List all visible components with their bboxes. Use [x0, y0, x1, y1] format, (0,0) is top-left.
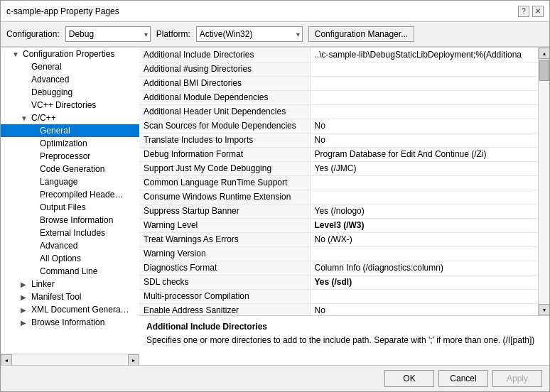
table-row[interactable]: Additional Module Dependencies — [139, 90, 538, 104]
scroll-right-btn[interactable]: ▸ — [128, 354, 139, 365]
tree-item-label: Optimization — [40, 138, 87, 148]
ok-button[interactable]: OK — [384, 370, 434, 387]
props-data-table: Additional Include Directories..\c-sampl… — [139, 48, 538, 315]
table-row[interactable]: Additional #using Directories — [139, 62, 538, 76]
tree-item-label: Linker — [31, 279, 55, 289]
platform-select[interactable]: Active(Win32) — [196, 26, 303, 42]
table-row[interactable]: Warning Version — [139, 246, 538, 261]
prop-value — [310, 246, 538, 261]
tree-item-precompiled[interactable]: Precompiled Heade… — [1, 188, 139, 201]
table-row[interactable]: Diagnostics FormatColumn Info (/diagnost… — [139, 261, 538, 275]
tree-expand-icon: ▶ — [21, 281, 29, 288]
left-panel-wrapper: ▼Configuration PropertiesGeneralAdvanced… — [1, 48, 139, 365]
tree-item-label: Output Files — [40, 202, 86, 212]
horizontal-scrollbar: ◂ ▸ — [1, 354, 139, 365]
tree-expand-icon: ▼ — [12, 50, 21, 58]
tree-item-language[interactable]: Language — [1, 175, 139, 188]
prop-value: Column Info (/diagnostics:column) — [310, 261, 538, 275]
scroll-left-btn[interactable]: ◂ — [1, 354, 12, 365]
tree-item-debugging[interactable]: Debugging — [1, 86, 139, 99]
tree-item-ext-includes[interactable]: External Includes — [1, 227, 139, 239]
close-button[interactable]: ✕ — [532, 6, 544, 17]
dialog-title: c-sample-app Property Pages — [6, 6, 119, 16]
table-row[interactable]: Multi-processor Compilation — [139, 289, 538, 303]
table-row[interactable]: Enable Address SanitizerNo — [139, 303, 538, 315]
tree-item-browse-info[interactable]: Browse Information — [1, 214, 139, 227]
tree-item-vcpp-dirs[interactable]: VC++ Directories — [1, 99, 139, 111]
tree-item-label: Code Generation — [40, 164, 104, 174]
scroll-thumb[interactable] — [539, 60, 549, 81]
tree-expand-icon: ▼ — [21, 114, 29, 122]
tree-item-config-props[interactable]: ▼Configuration Properties — [1, 48, 139, 60]
config-select[interactable]: Debug — [65, 26, 151, 42]
tree-item-label: General — [31, 62, 62, 72]
tree-item-output-files[interactable]: Output Files — [1, 201, 139, 214]
table-row[interactable]: Consume Windows Runtime Extension — [139, 190, 538, 204]
tree-item-label: XML Document Genera… — [31, 305, 129, 315]
title-bar: c-sample-app Property Pages ? ✕ — [1, 1, 549, 22]
tree-item-label: Advanced — [40, 241, 77, 251]
tree-item-optimization[interactable]: Optimization — [1, 137, 139, 150]
tree-item-xml-doc[interactable]: ▶XML Document Genera… — [1, 303, 139, 316]
table-row[interactable]: Additional Header Unit Dependencies — [139, 104, 538, 119]
table-row[interactable]: Warning LevelLevel3 (/W3) — [139, 218, 538, 232]
prop-value — [310, 104, 538, 119]
tree-item-all-options[interactable]: All Options — [1, 252, 139, 265]
properties-table: Additional Include Directories..\c-sampl… — [139, 48, 538, 315]
tree-item-label: External Includes — [40, 228, 105, 238]
table-row[interactable]: Additional Include Directories..\c-sampl… — [139, 48, 538, 62]
tree-item-cpp[interactable]: ▼C/C++ — [1, 111, 139, 124]
scroll-up-btn[interactable]: ▴ — [539, 48, 549, 59]
tree-item-label: Preprocessor — [40, 151, 90, 161]
tree-item-label: C/C++ — [31, 113, 56, 123]
help-button[interactable]: ? — [518, 6, 529, 17]
main-content: ▼Configuration PropertiesGeneralAdvanced… — [1, 47, 549, 365]
table-row[interactable]: Common Language RunTime Support — [139, 175, 538, 190]
apply-button[interactable]: Apply — [492, 370, 542, 387]
prop-value: Program Database for Edit And Continue (… — [310, 147, 538, 161]
prop-name: Additional Header Unit Dependencies — [139, 104, 310, 119]
prop-name: Multi-processor Compilation — [139, 289, 310, 303]
tree-item-linker[interactable]: ▶Linker — [1, 278, 139, 290]
prop-name: Suppress Startup Banner — [139, 204, 310, 218]
prop-name: Scan Sources for Module Dependencies — [139, 119, 310, 133]
config-manager-button[interactable]: Configuration Manager... — [308, 26, 414, 42]
table-row[interactable]: Support Just My Code DebuggingYes (/JMC) — [139, 161, 538, 175]
platform-label: Platform: — [156, 29, 190, 39]
scroll-down-btn[interactable]: ▾ — [539, 304, 549, 315]
tree-item-general[interactable]: General — [1, 60, 139, 73]
prop-name: Additional BMI Directories — [139, 76, 310, 90]
tree-item-label: General — [40, 126, 70, 136]
props-wrapper: Additional Include Directories..\c-sampl… — [139, 48, 549, 315]
property-pages-dialog: c-sample-app Property Pages ? ✕ Configur… — [0, 0, 550, 392]
tree-item-manifest-tool[interactable]: ▶Manifest Tool — [1, 290, 139, 303]
vertical-scrollbar: ▴ ▾ — [538, 48, 549, 315]
tree-item-cpp-general[interactable]: General — [1, 124, 139, 137]
table-row[interactable]: Additional BMI Directories — [139, 76, 538, 90]
tree-item-label: Browse Information — [31, 317, 104, 327]
platform-select-wrapper[interactable]: Active(Win32) — [196, 26, 303, 42]
tree-item-advanced[interactable]: Advanced — [1, 73, 139, 86]
tree-view: ▼Configuration PropertiesGeneralAdvanced… — [1, 48, 139, 354]
table-row[interactable]: Treat Warnings As ErrorsNo (/WX-) — [139, 232, 538, 246]
table-row[interactable]: SDL checksYes (/sdl) — [139, 275, 538, 289]
config-select-wrapper[interactable]: Debug — [65, 26, 151, 42]
prop-name: Additional #using Directories — [139, 62, 310, 76]
table-row[interactable]: Translate Includes to ImportsNo — [139, 133, 538, 147]
prop-name: SDL checks — [139, 275, 310, 289]
prop-value — [310, 175, 538, 190]
tree-item-code-gen[interactable]: Code Generation — [1, 163, 139, 175]
tree-item-label: Manifest Tool — [31, 292, 81, 302]
prop-name: Additional Include Directories — [139, 48, 310, 62]
prop-value: Level3 (/W3) — [310, 218, 538, 232]
table-row[interactable]: Debug Information FormatProgram Database… — [139, 147, 538, 161]
prop-value — [310, 190, 538, 204]
prop-value: ..\c-sample-lib\DebugStaticLibDeployment… — [310, 48, 538, 62]
table-row[interactable]: Scan Sources for Module DependenciesNo — [139, 119, 538, 133]
table-row[interactable]: Suppress Startup BannerYes (/nologo) — [139, 204, 538, 218]
tree-item-preprocessor[interactable]: Preprocessor — [1, 150, 139, 163]
tree-item-cmd-line[interactable]: Command Line — [1, 265, 139, 278]
cancel-button[interactable]: Cancel — [438, 370, 488, 387]
tree-item-advanced2[interactable]: Advanced — [1, 239, 139, 252]
tree-item-browse-info2[interactable]: ▶Browse Information — [1, 316, 139, 329]
